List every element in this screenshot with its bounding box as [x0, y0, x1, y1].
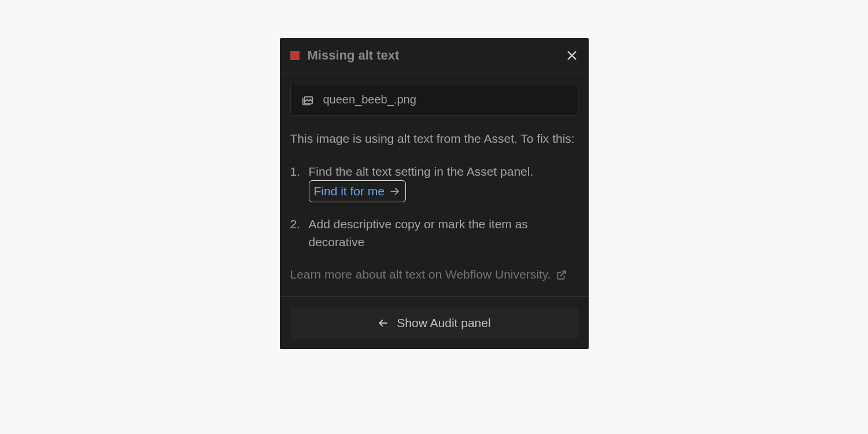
step-1: Find the alt text setting in the Asset p… — [290, 162, 578, 202]
learn-more-text: Learn more about alt text on Webflow Uni… — [290, 268, 551, 281]
arrow-right-icon — [389, 186, 401, 197]
panel-header: Missing alt text — [280, 38, 589, 73]
step-2: Add descriptive copy or mark the item as… — [290, 215, 578, 251]
close-button[interactable] — [566, 49, 578, 62]
panel-body: queen_beeb_.png This image is using alt … — [280, 73, 589, 284]
audit-detail-panel: Missing alt text queen_beeb_.png This im… — [280, 38, 589, 349]
panel-title: Missing alt text — [308, 48, 400, 63]
step-2-text: Add descriptive copy or mark the item as… — [309, 217, 528, 249]
svg-line-4 — [561, 271, 566, 276]
find-link-label: Find it for me — [314, 182, 385, 201]
back-button-label: Show Audit panel — [397, 316, 490, 330]
show-audit-panel-button[interactable]: Show Audit panel — [290, 307, 578, 339]
fix-steps-list: Find the alt text setting in the Asset p… — [290, 162, 578, 251]
issue-description: This image is using alt text from the As… — [290, 129, 578, 149]
image-file-icon — [301, 94, 314, 106]
status-indicator-icon — [290, 51, 300, 60]
file-chip[interactable]: queen_beeb_.png — [290, 84, 578, 116]
find-it-for-me-link[interactable]: Find it for me — [309, 180, 407, 202]
step-1-text: Find the alt text setting in the Asset p… — [309, 165, 534, 178]
header-left: Missing alt text — [290, 48, 400, 63]
learn-more-link[interactable]: Learn more about alt text on Webflow Uni… — [290, 265, 578, 284]
arrow-left-icon — [377, 317, 389, 329]
close-icon — [566, 49, 578, 62]
file-name: queen_beeb_.png — [323, 93, 416, 106]
external-link-icon — [556, 270, 567, 280]
panel-footer: Show Audit panel — [280, 296, 589, 349]
